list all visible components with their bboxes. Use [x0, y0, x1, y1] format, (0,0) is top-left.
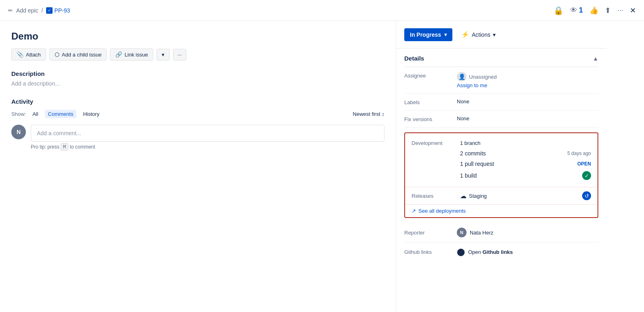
build-value[interactable]: 1 build	[460, 172, 477, 179]
toolbar: 📎 Attach ⬡ Add a child issue 🔗 Link issu…	[11, 48, 384, 61]
development-section: Development 1 branch 2 commits 5 days ag…	[404, 132, 598, 218]
description-section: Description Add a description...	[11, 70, 384, 87]
fix-versions-row: Fix versions None	[404, 111, 598, 128]
github-link-bold: Github links	[482, 249, 513, 255]
build-inner: 1 build ✓	[460, 171, 591, 180]
user-avatar: N	[11, 125, 26, 139]
ellipsis-icon: ···	[177, 52, 182, 58]
development-inner: Development 1 branch 2 commits 5 days ag…	[405, 133, 598, 187]
sort-label: Newest first	[353, 111, 380, 117]
close-icon: ✕	[630, 6, 636, 15]
staging-label[interactable]: Staging	[469, 193, 487, 199]
reporter-name: Nata Herz	[470, 230, 494, 236]
attach-label: Attach	[26, 52, 41, 58]
assignee-value: 👤 Unassigned Assign to me	[457, 72, 598, 88]
pencil-icon: ✏	[8, 7, 13, 14]
details-header: Details ▲	[404, 48, 598, 67]
details-title: Details	[404, 55, 424, 62]
add-epic-link[interactable]: Add epic	[16, 7, 38, 14]
watch-count: 1	[579, 6, 583, 15]
description-input[interactable]: Add a description...	[11, 80, 384, 87]
share-button[interactable]: ⬆	[605, 6, 611, 15]
extra-toolbar-button[interactable]: ···	[173, 49, 186, 61]
link-icon: 🔗	[115, 51, 122, 58]
actions-button[interactable]: ⚡ Actions ▾	[457, 27, 500, 42]
eye-icon: 👁	[570, 6, 577, 15]
pro-tip-before: Pro tip: press	[31, 144, 59, 150]
releases-value: ☁ Staging	[460, 192, 582, 200]
thumbs-up-icon: 👍	[589, 6, 598, 15]
unassigned-text: Unassigned	[469, 74, 497, 80]
assign-to-me-link[interactable]: Assign to me	[457, 82, 598, 88]
unassigned-display: 👤 Unassigned	[457, 72, 598, 82]
more-options-button[interactable]: ···	[617, 6, 623, 15]
pro-tip: Pro tip: press M to comment	[31, 144, 384, 150]
comment-input[interactable]: Add a comment...	[31, 125, 384, 142]
collapse-button[interactable]: ▲	[593, 55, 598, 62]
fix-versions-value[interactable]: None	[457, 115, 598, 121]
filter-history-button[interactable]: History	[80, 110, 102, 118]
child-issue-label: Add a child issue	[62, 52, 101, 58]
activity-header: Activity	[11, 98, 384, 105]
cloud-upload-icon: ☁	[460, 192, 467, 200]
ticket-id: PP-93	[54, 7, 70, 14]
branch-row: Development 1 branch	[412, 138, 591, 148]
status-button[interactable]: In Progress ▾	[404, 28, 452, 41]
share-icon: ⬆	[605, 6, 611, 15]
see-all-label: See all deployments	[418, 208, 466, 214]
pr-inner: 1 pull request OPEN	[460, 161, 591, 167]
details-section: Details ▲ Assignee 👤 Unassigned Assign t…	[396, 48, 606, 261]
close-button[interactable]: ✕	[630, 6, 636, 15]
breadcrumb-separator: /	[41, 7, 43, 14]
assignee-label: Assignee	[404, 72, 457, 79]
reporter-label: Reporter	[404, 230, 457, 236]
assignee-row: Assignee 👤 Unassigned Assign to me	[404, 67, 598, 94]
see-all-deployments-link[interactable]: ↗ See all deployments	[405, 204, 598, 217]
github-label: Github links	[404, 249, 457, 255]
github-link[interactable]: Open Github links	[468, 249, 513, 255]
show-label: Show:	[11, 111, 26, 117]
releases-status-icon: ↺	[582, 191, 591, 200]
labels-value[interactable]: None	[457, 98, 598, 105]
branch-value[interactable]: 1 branch	[460, 140, 591, 146]
bolt-icon: ⚡	[461, 31, 469, 38]
labels-row: Labels None	[404, 94, 598, 111]
labels-label: Labels	[404, 98, 457, 105]
paperclip-icon: 📎	[17, 51, 23, 58]
github-icon: ⬤	[457, 247, 465, 256]
activity-label: Activity	[11, 98, 33, 105]
releases-label: Releases	[412, 193, 460, 199]
link-issue-label: Link issue	[125, 52, 148, 58]
add-child-issue-button[interactable]: ⬡ Add a child issue	[49, 48, 107, 61]
commits-time: 5 days ago	[567, 151, 591, 156]
commits-inner: 2 commits 5 days ago	[460, 150, 591, 157]
commits-value[interactable]: 2 commits	[460, 150, 486, 157]
more-dots-icon: ···	[617, 6, 623, 15]
fix-versions-label: Fix versions	[404, 115, 457, 122]
pro-tip-after: to comment	[70, 144, 95, 150]
breadcrumb-ticket[interactable]: ✓ PP-93	[46, 7, 70, 14]
commits-row: 2 commits 5 days ago	[412, 148, 591, 159]
breadcrumb: ✏ Add epic / ✓ PP-93	[8, 7, 70, 14]
attach-button[interactable]: 📎 Attach	[11, 48, 46, 61]
more-toolbar-button[interactable]: ▾	[156, 49, 170, 61]
pr-value[interactable]: 1 pull request	[460, 161, 494, 167]
status-chevron-icon: ▾	[444, 32, 447, 38]
chevron-down-icon: ▾	[162, 52, 165, 58]
pull-request-row: 1 pull request OPEN	[412, 159, 591, 169]
actions-chevron-icon: ▾	[493, 31, 496, 38]
filter-all-button[interactable]: All	[29, 110, 41, 118]
description-label: Description	[11, 70, 384, 77]
sort-button[interactable]: Newest first ↕	[353, 111, 384, 117]
lock-icon[interactable]: 🔒	[553, 6, 564, 15]
like-button[interactable]: 👍	[589, 6, 598, 15]
filter-comments-button[interactable]: Comments	[45, 110, 77, 118]
status-label: In Progress	[410, 31, 441, 38]
github-value: ⬤ Open Github links	[457, 247, 513, 256]
child-issue-icon: ⬡	[55, 51, 59, 58]
sort-icon: ↕	[382, 111, 385, 117]
watch-button[interactable]: 👁 1	[570, 6, 583, 15]
development-label: Development	[412, 140, 460, 146]
ticket-type-icon: ✓	[46, 7, 53, 14]
link-issue-button[interactable]: 🔗 Link issue	[110, 48, 153, 61]
